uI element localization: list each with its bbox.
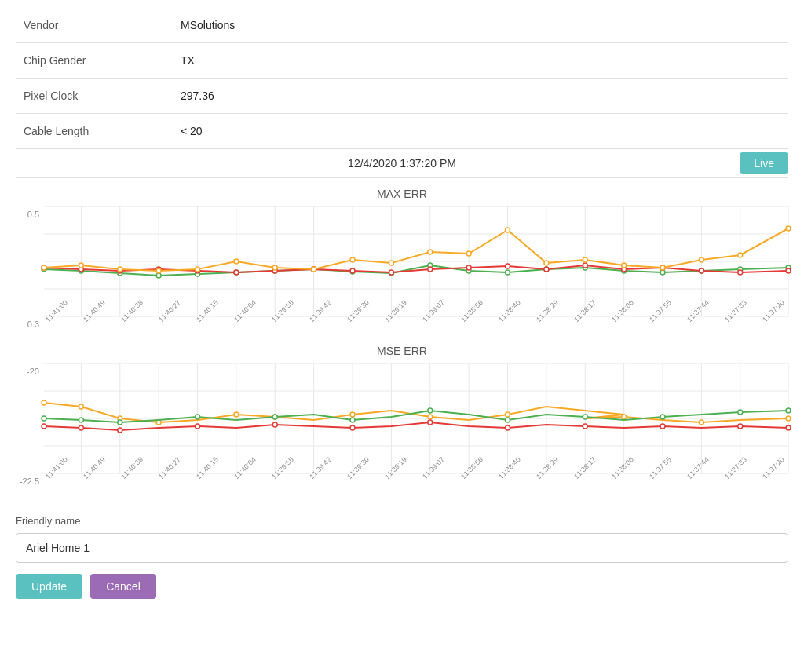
svg-point-27 [156, 273, 161, 278]
svg-point-52 [350, 268, 355, 273]
svg-point-79 [622, 263, 627, 268]
cable-length-value: < 20 [173, 114, 788, 149]
svg-point-68 [196, 267, 200, 272]
svg-point-53 [389, 270, 393, 275]
svg-point-83 [786, 226, 791, 231]
mse-err-section: MSE ERR -20 -22.5 [16, 345, 788, 489]
max-err-y-labels: 0.5 0.3 [16, 206, 39, 332]
update-button[interactable]: Update [16, 574, 82, 599]
svg-point-74 [428, 250, 433, 254]
buttons-row: Update Cancel [16, 574, 788, 599]
svg-point-40 [660, 270, 665, 275]
svg-point-75 [466, 251, 471, 256]
svg-point-132 [42, 424, 46, 429]
section-divider [16, 502, 788, 502]
svg-point-56 [506, 264, 510, 268]
svg-point-71 [312, 267, 316, 272]
max-err-y-min: 0.3 [16, 320, 39, 329]
cable-length-row: Cable Length < 20 [16, 114, 788, 149]
svg-point-142 [738, 424, 743, 429]
svg-point-134 [118, 428, 122, 433]
svg-point-54 [428, 267, 433, 272]
svg-point-63 [786, 268, 791, 273]
svg-point-118 [699, 420, 704, 425]
mse-err-chart-area [44, 363, 788, 473]
svg-point-133 [79, 425, 83, 430]
chip-gender-row: Chip Gender TX [16, 43, 788, 79]
svg-point-119 [786, 416, 791, 421]
svg-point-61 [699, 268, 704, 273]
friendly-name-input[interactable] [16, 533, 788, 563]
pixel-clock-value: 297.36 [173, 79, 788, 114]
chip-gender-value: TX [173, 43, 788, 79]
max-err-title: MAX ERR [16, 188, 788, 200]
mse-err-x-labels: 11:41:00 11:40:49 11:40:38 11:40:27 11:4… [44, 473, 788, 489]
svg-point-58 [583, 263, 587, 268]
vendor-label: Vendor [16, 8, 173, 43]
svg-point-127 [506, 418, 510, 422]
svg-point-70 [272, 265, 277, 270]
svg-point-81 [699, 257, 704, 262]
svg-point-126 [428, 408, 433, 413]
svg-point-120 [42, 416, 46, 421]
svg-point-78 [583, 257, 587, 262]
svg-point-124 [272, 415, 277, 419]
svg-point-72 [350, 257, 355, 262]
friendly-name-section: Friendly name [16, 515, 788, 563]
friendly-name-label: Friendly name [16, 515, 788, 527]
svg-point-82 [738, 253, 743, 257]
svg-point-108 [42, 400, 46, 405]
svg-point-143 [786, 425, 791, 430]
svg-point-76 [506, 228, 510, 232]
svg-point-137 [350, 425, 355, 430]
svg-point-116 [506, 412, 510, 417]
svg-point-80 [660, 265, 665, 270]
svg-point-109 [79, 404, 83, 409]
svg-point-130 [738, 410, 743, 415]
pixel-clock-label: Pixel Clock [16, 79, 173, 114]
mse-err-svg [44, 363, 788, 473]
live-button[interactable]: Live [740, 152, 788, 174]
svg-point-117 [622, 415, 627, 419]
svg-point-49 [234, 270, 239, 275]
max-err-y-max: 0.5 [16, 210, 39, 219]
svg-point-73 [389, 261, 393, 265]
svg-point-66 [118, 267, 122, 272]
svg-point-128 [583, 415, 587, 419]
max-err-chart: 0.5 0.3 [16, 206, 788, 332]
mse-err-chart: -20 -22.5 [16, 363, 788, 489]
mse-err-y-max: -20 [16, 367, 39, 376]
svg-point-69 [234, 259, 239, 264]
svg-point-136 [272, 422, 277, 427]
svg-point-135 [196, 424, 200, 429]
cancel-button[interactable]: Cancel [90, 574, 156, 599]
cable-length-label: Cable Length [16, 114, 173, 149]
datetime-text: 12/4/2020 1:37:20 PM [348, 157, 456, 170]
svg-point-115 [428, 415, 433, 419]
svg-point-129 [660, 415, 665, 419]
max-err-svg [44, 206, 788, 316]
svg-point-36 [506, 270, 510, 275]
svg-point-62 [738, 270, 743, 275]
svg-point-138 [428, 420, 433, 425]
vendor-row: Vendor MSolutions [16, 8, 788, 43]
svg-point-123 [196, 415, 200, 419]
svg-point-112 [234, 412, 239, 417]
svg-point-121 [79, 418, 83, 422]
datetime-row: 12/4/2020 1:37:20 PM Live [16, 149, 788, 178]
svg-point-125 [350, 418, 355, 422]
svg-point-131 [786, 408, 791, 413]
mse-err-y-min: -22.5 [16, 477, 39, 486]
svg-point-57 [544, 267, 549, 272]
mse-err-title: MSE ERR [16, 345, 788, 357]
svg-point-55 [466, 265, 471, 270]
svg-point-77 [544, 261, 549, 265]
vendor-value: MSolutions [173, 8, 788, 43]
svg-point-114 [350, 412, 355, 417]
info-table: Vendor MSolutions Chip Gender TX Pixel C… [16, 8, 788, 149]
svg-point-140 [583, 424, 587, 429]
mse-err-y-labels: -20 -22.5 [16, 363, 39, 489]
pixel-clock-row: Pixel Clock 297.36 [16, 79, 788, 114]
svg-point-65 [79, 263, 83, 268]
svg-point-141 [660, 424, 665, 429]
